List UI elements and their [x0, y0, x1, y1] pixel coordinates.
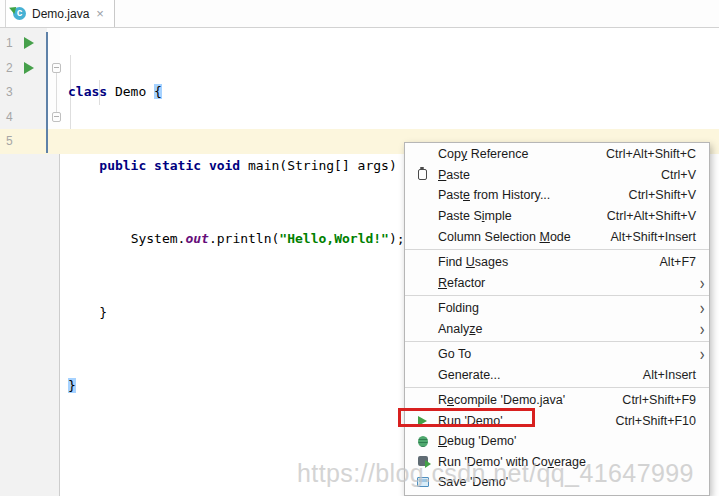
line-number: 5 [6, 129, 13, 154]
fold-connector-line [56, 73, 57, 113]
ide-window: Demo.java × 1 2 3 4 5 class Demo { publi… [0, 0, 719, 496]
menu-shortcut: Ctrl+Shift+F9 [622, 393, 696, 407]
fold-marker-icon[interactable] [52, 112, 61, 122]
line-numbers: 1 2 3 4 5 [6, 31, 13, 154]
menu-item-column-selection-mode[interactable]: Column Selection Mode Alt+Shift+Insert [405, 226, 709, 247]
menu-item-analyze[interactable]: Analyze › [405, 318, 709, 339]
menu-shortcut: Alt+F7 [660, 255, 696, 269]
menu-shortcut: Ctrl+Shift+V [629, 188, 696, 202]
menu-shortcut: Ctrl+Alt+Shift+C [606, 147, 696, 161]
code-line-3[interactable]: System.out.println("Hello,World!"); [68, 227, 412, 252]
menu-item-folding[interactable]: Folding › [405, 298, 709, 319]
menu-item-debug-demo[interactable]: Debug 'Demo' [405, 431, 709, 452]
menu-separator [405, 387, 709, 388]
menu-item-paste-simple[interactable]: Paste Simple Ctrl+Alt+Shift+V [405, 206, 709, 227]
debug-bug-icon [416, 434, 430, 448]
menu-item-copy-reference[interactable]: Copy Reference Ctrl+Alt+Shift+C [405, 144, 709, 165]
vcs-change-bar [46, 32, 48, 153]
submenu-arrow-icon: › [699, 297, 704, 318]
menu-item-go-to[interactable]: Go To › [405, 344, 709, 365]
code-line-2[interactable]: public static void main(String[] args) { [68, 154, 412, 179]
watermark: https://blog.csdn.net/qq_41647999 [297, 459, 694, 488]
menu-shortcut: Ctrl+Shift+F10 [615, 414, 696, 428]
line-number: 1 [6, 31, 13, 56]
menu-item-paste-from-history[interactable]: Paste from History... Ctrl+Shift+V [405, 185, 709, 206]
submenu-arrow-icon: › [699, 272, 704, 293]
context-menu: Copy Reference Ctrl+Alt+Shift+C Paste Ct… [404, 142, 710, 496]
run-highlight-annotation-box [398, 408, 535, 427]
menu-item-refactor[interactable]: Refactor › [405, 272, 709, 293]
menu-separator [405, 341, 709, 342]
code-text: class Demo { public static void main(Str… [68, 31, 412, 448]
line-number: 2 [6, 56, 13, 81]
menu-shortcut: Alt+Shift+Insert [611, 230, 696, 244]
fold-marker-icon[interactable] [52, 63, 61, 73]
paste-icon [416, 168, 430, 182]
code-line-1[interactable]: class Demo { [68, 80, 412, 105]
line-number: 3 [6, 80, 13, 105]
editor-tab-bar: Demo.java × [0, 0, 719, 28]
menu-shortcut: Ctrl+V [661, 168, 696, 182]
java-class-icon [13, 7, 26, 20]
tab-title: Demo.java [32, 7, 89, 21]
submenu-arrow-icon: › [699, 318, 704, 339]
submenu-arrow-icon: › [699, 343, 704, 364]
tab-demo-java[interactable]: Demo.java × [5, 0, 115, 27]
run-gutter-icon[interactable] [24, 62, 34, 74]
matched-brace: { [154, 84, 162, 99]
run-gutter-icon[interactable] [24, 37, 34, 49]
menu-item-generate[interactable]: Generate... Alt+Insert [405, 364, 709, 385]
code-line-4[interactable]: } [68, 301, 412, 326]
code-line-5[interactable]: } [68, 374, 412, 399]
line-number: 4 [6, 105, 13, 130]
menu-shortcut: Ctrl+Alt+Shift+V [607, 209, 696, 223]
matched-brace: } [68, 378, 76, 393]
menu-item-find-usages[interactable]: Find Usages Alt+F7 [405, 252, 709, 273]
menu-item-paste[interactable]: Paste Ctrl+V [405, 165, 709, 186]
close-icon[interactable]: × [95, 7, 105, 20]
menu-shortcut: Alt+Insert [643, 368, 696, 382]
menu-separator [405, 249, 709, 250]
menu-separator [405, 295, 709, 296]
